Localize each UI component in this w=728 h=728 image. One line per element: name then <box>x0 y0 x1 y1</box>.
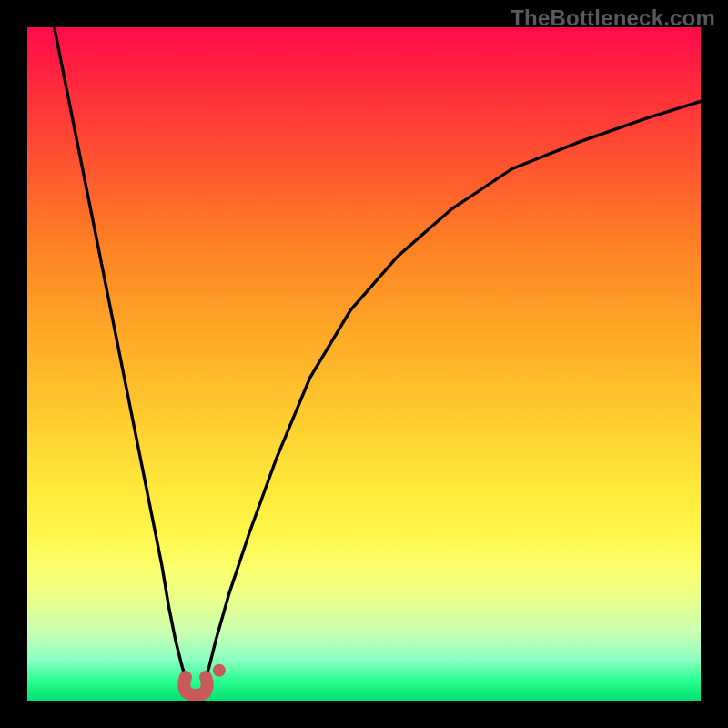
outer-frame: TheBottleneck.com <box>0 0 728 728</box>
chart-svg <box>27 27 701 701</box>
left-branch-curve <box>55 27 186 677</box>
right-branch-curve <box>206 101 701 677</box>
plot-area <box>27 27 701 701</box>
minimum-u-marker <box>184 677 207 695</box>
minimum-dot-marker <box>213 664 226 677</box>
